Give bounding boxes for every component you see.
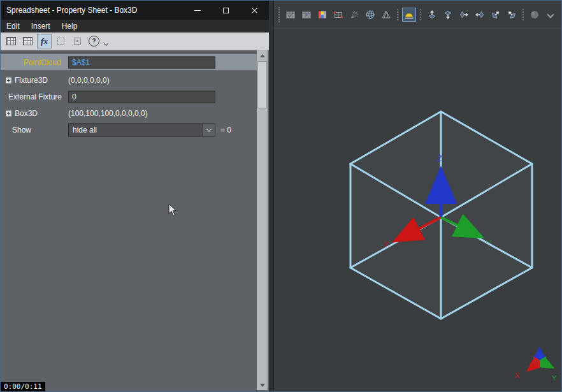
external-fixture-value: 0 <box>72 92 76 101</box>
menu-bar: Edit Insert Help <box>1 20 269 33</box>
view-panel: X Y Z X Y <box>273 1 562 391</box>
toolbar-separator <box>522 9 524 20</box>
view-plane-right-icon[interactable] <box>505 8 519 22</box>
help-icon[interactable]: ? <box>87 34 101 48</box>
title-bar[interactable]: Spreadsheet - Property Sheet - Box3D <box>1 1 269 20</box>
menu-insert[interactable]: Insert <box>25 22 56 31</box>
3d-viewport[interactable]: X Y Z X Y <box>274 29 562 391</box>
show-label: Show <box>12 126 31 134</box>
viewport-toolbar-overflow-icon[interactable] <box>544 8 558 22</box>
cell-reference-value: $A$1 <box>72 58 90 67</box>
function-fx-icon[interactable]: fx <box>37 34 52 48</box>
spreadsheet-grid-icon[interactable] <box>4 34 18 48</box>
dropdown-arrow-button[interactable] <box>202 124 215 136</box>
property-row-show[interactable]: Show hide all = 0 <box>1 122 257 138</box>
expand-plus-icon[interactable]: + <box>5 76 12 83</box>
pointcloud-label: PointCloud <box>24 58 61 67</box>
question-glyph: ? <box>89 36 99 47</box>
toolbar-overflow-chevron[interactable] <box>104 36 108 48</box>
grid-glyph <box>23 37 32 45</box>
property-row-fixture3d[interactable]: + Fixture3D (0,0,0,0,0,0) <box>1 72 257 88</box>
surface-fan-icon[interactable] <box>347 8 361 22</box>
external-fixture-label: External Fixture <box>8 92 62 101</box>
scroll-up-button[interactable] <box>257 50 268 61</box>
toolbar-separator <box>420 9 421 20</box>
view-plane-left-icon[interactable] <box>489 8 503 22</box>
fixture3d-value: (0,0,0,0,0,0) <box>68 76 110 85</box>
show-result-value: = 0 <box>220 126 231 134</box>
orientation-gizmo[interactable]: X Y <box>515 349 557 382</box>
toolbar: fx ? <box>1 33 269 50</box>
chevron-down-icon <box>547 11 554 18</box>
cone-icon[interactable] <box>379 8 393 22</box>
menu-edit[interactable]: Edit <box>1 22 25 31</box>
view-plane-back-icon[interactable] <box>473 8 487 22</box>
zoom-region-icon[interactable] <box>54 34 68 48</box>
minimize-button[interactable] <box>183 1 212 20</box>
color-scale-icon[interactable] <box>315 8 329 22</box>
view-plane-front-icon[interactable] <box>457 8 471 22</box>
expand-plus-icon[interactable]: + <box>5 110 12 117</box>
view-plane-top-icon[interactable] <box>425 8 439 22</box>
chevron-down-icon <box>206 126 211 131</box>
property-row-pointcloud[interactable]: PointCloud $A$1 <box>1 54 257 70</box>
close-icon <box>251 7 258 14</box>
close-button[interactable] <box>240 1 269 20</box>
toolbar-separator <box>397 9 398 20</box>
pointcloud-cell-reference-input[interactable]: $A$1 <box>68 56 215 68</box>
box3d-label: Box3D <box>15 109 38 118</box>
chevron-down-icon <box>104 41 108 46</box>
grid-markers-icon[interactable] <box>331 8 345 22</box>
view-plane-bottom-icon[interactable] <box>441 8 455 22</box>
application-window: Spreadsheet - Property Sheet - Box3D Edi… <box>0 0 562 392</box>
property-sheet: PointCloud $A$1 + Fixture3D (0,0,0,0,0,0… <box>1 50 257 391</box>
gizmo-y-label: Y <box>552 374 557 382</box>
property-row-box3d[interactable]: + Box3D (100,100,100,0,0,0,0,0) <box>1 105 257 121</box>
maximize-button[interactable] <box>212 1 240 20</box>
fx-glyph: fx <box>41 37 48 45</box>
sphere-grid-icon[interactable] <box>363 8 377 22</box>
corners-glyph <box>74 38 81 45</box>
vertical-scrollbar[interactable] <box>257 50 268 390</box>
property-sheet-window: Spreadsheet - Property Sheet - Box3D Edi… <box>1 1 269 391</box>
menu-help[interactable]: Help <box>56 22 83 31</box>
box3d-value: (100,100,100,0,0,0,0,0) <box>68 109 148 118</box>
triangle-down-icon <box>260 384 265 387</box>
dome-light-icon[interactable] <box>402 8 416 22</box>
minimize-icon <box>194 10 201 11</box>
grid-glyph <box>6 37 16 45</box>
maximize-icon <box>223 8 229 13</box>
scrollbar-thumb[interactable] <box>257 61 267 108</box>
gizmo-x-label: X <box>515 372 520 379</box>
window-title: Spreadsheet - Property Sheet - Box3D <box>1 6 183 15</box>
expand-view-icon[interactable] <box>70 34 85 48</box>
cells-region-icon[interactable] <box>299 8 313 22</box>
table-grid-icon[interactable] <box>20 34 35 48</box>
triangle-up-icon <box>260 54 265 57</box>
property-row-external-fixture[interactable]: External Fixture 0 <box>1 89 257 105</box>
fixture3d-label: Fixture3D <box>15 76 48 85</box>
toolbar-drag-handle[interactable] <box>278 7 280 22</box>
show-dropdown-value: hide all <box>69 126 202 134</box>
show-dropdown[interactable]: hide all <box>68 123 215 136</box>
cells-check-icon[interactable] <box>284 8 298 22</box>
z-axis-label: Z <box>437 154 442 163</box>
playback-time-badge: 0:00/0:11 <box>1 382 45 391</box>
external-fixture-input[interactable]: 0 <box>68 91 215 103</box>
scroll-down-button[interactable] <box>257 380 268 390</box>
viewport-toolbar <box>274 1 562 29</box>
shaded-sphere-icon[interactable] <box>528 8 542 22</box>
marquee-glyph <box>57 38 64 45</box>
